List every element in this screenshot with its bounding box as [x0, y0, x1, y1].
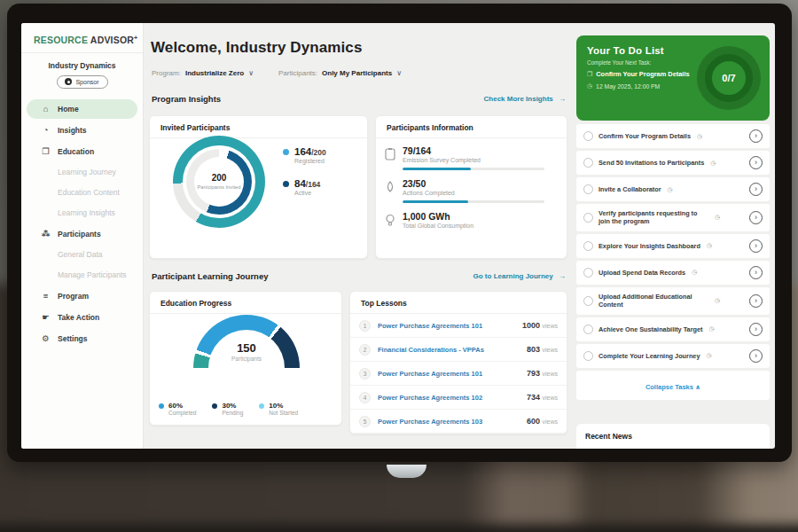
chevron-down-icon[interactable]: ∨	[248, 69, 254, 77]
filter-bar: Program: Industrialize Zero ∨ Participan…	[152, 69, 402, 77]
todo-hero-card: Your To Do List Complete Your Next Task:…	[576, 35, 770, 121]
org-name: Industry Dynamics	[21, 61, 143, 70]
info-row-value: 23/50	[403, 178, 544, 189]
legend-value: 10%	[269, 402, 298, 410]
sidebar: RESOURCE ADVISOR+ Industry Dynamics Spon…	[21, 23, 144, 449]
lesson-views: 734 views	[527, 393, 558, 402]
sidebar-item-insights[interactable]: ◔Insights	[27, 121, 137, 140]
legend-item-registered: 164/200Registered	[283, 146, 326, 164]
education-progress-legend: 60%Completed30%Pending10%Not Started	[159, 402, 336, 416]
sidebar-item-label: Take Action	[58, 313, 99, 322]
sidebar-item-home[interactable]: ⌂Home	[27, 99, 137, 119]
sidebar-item-program[interactable]: ≡Program	[27, 286, 137, 306]
sidebar-item-education-content[interactable]: Education Content	[27, 184, 137, 202]
task-row-invite-a-collaborator: Invite a Collaborator◷›	[576, 177, 770, 201]
clock-icon: ◷	[708, 325, 714, 332]
clock-icon: ◷	[707, 242, 712, 249]
insights-icon: ◔	[41, 125, 51, 135]
info-row-label: Emission Survey Completed	[403, 157, 544, 163]
program-icon: ≡	[41, 291, 51, 301]
lesson-link[interactable]: Power Purchase Agreements 103	[378, 418, 520, 426]
sidebar-item-settings[interactable]: ⚙Settings	[27, 329, 137, 348]
legend-value: 164/200	[294, 146, 326, 157]
task-open-button[interactable]: ›	[749, 323, 763, 336]
sidebar-item-label: Settings	[58, 334, 88, 343]
sidebar-item-manage-participants[interactable]: Manage Participants	[27, 266, 137, 285]
participants-filter[interactable]: Participants: Only My Participants ∨	[278, 69, 402, 77]
clock-icon: ◷	[587, 82, 592, 90]
task-label: Invite a Collaborator	[598, 185, 661, 193]
education-icon: ❐	[41, 146, 51, 156]
lesson-views-suffix: views	[542, 323, 558, 329]
sidebar-item-participants[interactable]: ⁂Participants	[27, 224, 137, 244]
legend-label: Active	[294, 190, 320, 196]
task-open-button[interactable]: ›	[749, 266, 763, 279]
info-row-progressbar	[403, 200, 544, 203]
collapse-tasks-link[interactable]: Collapse Tasks ∧	[645, 383, 700, 391]
take-action-icon: ☛	[41, 312, 51, 322]
clock-icon: ◷	[706, 352, 711, 359]
task-checkbox[interactable]	[583, 184, 593, 194]
legend-total: /164	[306, 180, 321, 189]
logo-resource: RESOURCE	[34, 35, 88, 45]
task-open-button[interactable]: ›	[749, 156, 763, 169]
task-checkbox[interactable]	[583, 131, 593, 141]
participants-filter-label: Participants:	[278, 69, 317, 77]
legend-label: Registered	[294, 158, 326, 164]
home-icon: ⌂	[41, 104, 51, 113]
task-open-button[interactable]: ›	[749, 129, 763, 143]
chevron-down-icon[interactable]: ∨	[396, 69, 402, 77]
arrow-right-icon: →	[559, 95, 566, 103]
info-row-actions-completed: 23/50Actions Completed	[385, 178, 554, 203]
page-title: Welcome, Industry Dynamics	[151, 39, 362, 57]
task-checkbox[interactable]	[583, 268, 593, 278]
lesson-link[interactable]: Power Purchase Agreements 101	[378, 322, 515, 330]
lesson-row: 1Power Purchase Agreements 1011000 views	[350, 314, 567, 338]
lesson-rank-badge: 2	[359, 344, 371, 356]
sidebar-item-take-action[interactable]: ☛Take Action	[27, 308, 137, 327]
sidebar-item-learning-journey[interactable]: Learning Journey	[27, 163, 137, 182]
task-open-button[interactable]: ›	[749, 294, 763, 308]
check-more-insights-link[interactable]: Check More Insights →	[484, 95, 566, 103]
recent-news-card: Recent News	[576, 424, 770, 449]
task-open-button[interactable]: ›	[749, 211, 763, 224]
lesson-link[interactable]: Power Purchase Agreements 102	[378, 394, 520, 402]
sidebar-item-learning-insights[interactable]: Learning Insights	[27, 204, 137, 223]
lesson-link[interactable]: Financial Considerations - VPPAs	[378, 346, 520, 354]
info-row-emission-survey-completed: 79/164Emission Survey Completed	[385, 145, 554, 170]
sidebar-item-label: Learning Insights	[58, 208, 115, 217]
top-lessons-list: 1Power Purchase Agreements 1011000 views…	[350, 314, 567, 434]
legend-dot	[283, 149, 289, 155]
clock-icon: ◷	[710, 160, 716, 167]
task-checkbox[interactable]	[583, 213, 593, 223]
task-checkbox[interactable]	[583, 158, 593, 168]
sidebar-item-education[interactable]: ❐Education	[27, 142, 137, 161]
legend-text: 30%Pending	[222, 402, 243, 416]
sidebar-item-label: Learning Journey	[58, 168, 116, 176]
clock-icon: ◷	[697, 133, 702, 140]
todo-task-list: Confirm Your Program Details◷›Send 50 In…	[576, 124, 770, 400]
actions-icon	[385, 178, 396, 203]
legend-total: /200	[311, 148, 326, 157]
task-checkbox[interactable]	[583, 296, 593, 306]
clipboard-icon: ❐	[587, 71, 592, 78]
task-checkbox[interactable]	[583, 351, 593, 361]
lesson-views: 1000 views	[522, 321, 558, 330]
task-open-button[interactable]: ›	[749, 349, 763, 363]
program-filter[interactable]: Program: Industrialize Zero ∨	[152, 69, 254, 77]
todo-column: Your To Do List Complete Your Next Task:…	[576, 23, 770, 449]
sidebar-nav: ⌂Home◔Insights❐EducationLearning Journey…	[21, 98, 143, 350]
task-checkbox[interactable]	[583, 241, 593, 251]
lesson-rank-badge: 4	[359, 392, 371, 403]
task-open-button[interactable]: ›	[749, 239, 763, 253]
lesson-views-suffix: views	[542, 371, 558, 377]
program-insights-title: Program Insights	[152, 94, 221, 104]
invited-participants-donut-chart: 200 Participants Invited	[173, 136, 265, 228]
lesson-link[interactable]: Power Purchase Agreements 101	[378, 370, 520, 378]
settings-icon: ⚙	[41, 333, 51, 343]
collapse-tasks-row: Collapse Tasks ∧	[576, 371, 770, 400]
sidebar-item-general-data[interactable]: General Data	[27, 246, 137, 264]
go-to-learning-journey-link[interactable]: Go to Learning Journey →	[473, 272, 566, 280]
task-checkbox[interactable]	[583, 325, 593, 334]
task-open-button[interactable]: ›	[749, 183, 763, 196]
